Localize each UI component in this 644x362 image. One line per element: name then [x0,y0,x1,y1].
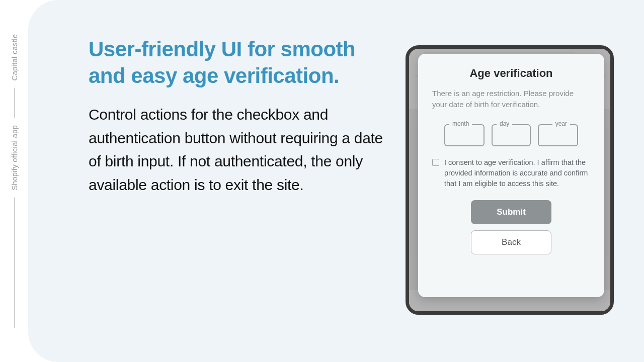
day-field[interactable]: day [492,124,531,146]
feature-panel: User-friendly UI for smooth and easy age… [28,0,644,362]
modal-description: There is an age restriction. Please prov… [432,88,590,110]
rail-divider [14,88,15,118]
dob-row: month day year [432,124,590,146]
feature-copy: User-friendly UI for smooth and easy age… [89,36,385,332]
modal-actions: Submit Back [432,200,590,254]
consent-checkbox[interactable] [432,159,439,166]
submit-button[interactable]: Submit [471,200,551,224]
consent-text: I consent to age verification. I affirm … [444,157,590,189]
modal-title: Age verification [432,67,590,80]
subcopy: Control actions for the checkbox and aut… [89,103,385,197]
rail-label-top: Capital castle [10,34,19,81]
year-field[interactable]: year [538,124,578,146]
rail-label-bottom: Shopify official app [10,125,19,191]
side-rail: Capital castle Shopify official app [0,0,28,362]
consent-row: I consent to age verification. I affirm … [432,157,590,189]
headline: User-friendly UI for smooth and easy age… [89,36,385,89]
month-label: month [449,120,472,127]
back-button[interactable]: Back [471,230,551,254]
rail-divider [14,197,15,328]
device-mock: Age verification There is an age restric… [406,45,614,315]
year-label: year [552,120,570,127]
month-field[interactable]: month [444,124,485,146]
age-verification-modal: Age verification There is an age restric… [418,54,604,297]
day-label: day [497,120,512,127]
